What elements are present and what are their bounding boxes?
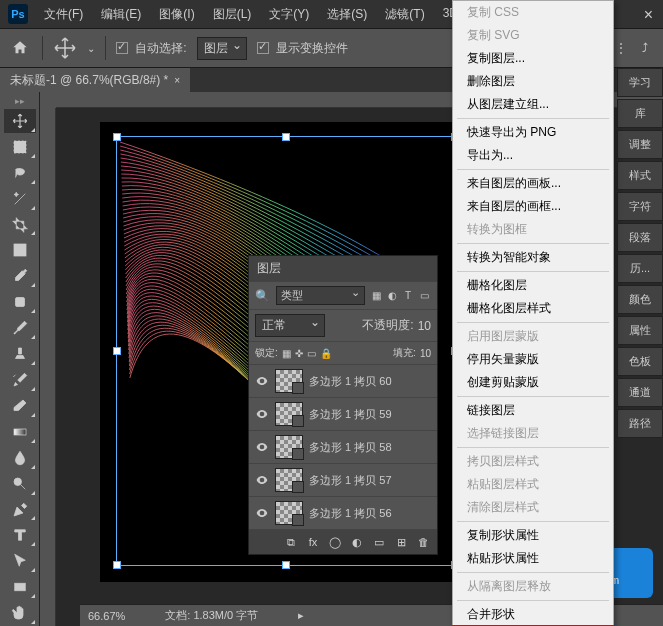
frame-tool[interactable] — [4, 238, 36, 262]
transform-handle[interactable] — [113, 133, 121, 141]
move-tool-icon[interactable] — [53, 36, 77, 60]
show-transform-checkbox[interactable] — [257, 42, 269, 54]
clone-stamp-tool[interactable] — [4, 342, 36, 366]
toolbox-collapse-icon[interactable]: ▸▸ — [4, 96, 36, 108]
dock-styles[interactable]: 样式 — [617, 161, 663, 190]
layers-panel-tab[interactable]: 图层 — [249, 256, 437, 281]
close-icon[interactable]: × — [174, 75, 180, 86]
ruler-vertical[interactable] — [40, 108, 56, 626]
layer-mask-icon[interactable]: ◯ — [327, 534, 343, 550]
dock-paths[interactable]: 路径 — [617, 409, 663, 438]
healing-brush-tool[interactable] — [4, 290, 36, 314]
menu-filter[interactable]: 滤镜(T) — [377, 2, 432, 27]
dock-libraries[interactable]: 库 — [617, 99, 663, 128]
layer-thumbnail[interactable] — [275, 435, 303, 459]
move-tool[interactable] — [4, 109, 36, 133]
dock-character[interactable]: 字符 — [617, 192, 663, 221]
visibility-eye-icon[interactable] — [255, 506, 269, 520]
context-menu-item[interactable]: 快速导出为 PNG — [453, 121, 613, 144]
context-menu-item[interactable]: 创建剪贴蒙版 — [453, 371, 613, 394]
opacity-value[interactable]: 10 — [418, 319, 431, 333]
context-menu-item[interactable]: 来自图层的画框... — [453, 195, 613, 218]
auto-select-checkbox[interactable] — [116, 42, 128, 54]
context-menu-item[interactable]: 栅格化图层样式 — [453, 297, 613, 320]
dock-history[interactable]: 历... — [617, 254, 663, 283]
context-menu-item[interactable]: 栅格化图层 — [453, 274, 613, 297]
layer-item[interactable]: 多边形 1 拷贝 56 — [249, 496, 437, 529]
menu-edit[interactable]: 编辑(E) — [93, 2, 149, 27]
context-menu-item[interactable]: 转换为智能对象 — [453, 246, 613, 269]
eyedropper-tool[interactable] — [4, 264, 36, 288]
document-tab[interactable]: 未标题-1 @ 66.7%(RGB/8#) * × — [0, 68, 190, 93]
context-menu-item[interactable]: 复制图层... — [453, 47, 613, 70]
dock-channels[interactable]: 通道 — [617, 378, 663, 407]
context-menu-item[interactable]: 删除图层 — [453, 70, 613, 93]
hand-tool[interactable] — [4, 601, 36, 625]
zoom-level[interactable]: 66.67% — [88, 610, 125, 622]
lasso-tool[interactable] — [4, 161, 36, 185]
auto-select-target[interactable]: 图层 — [197, 37, 247, 60]
dodge-tool[interactable] — [4, 472, 36, 496]
dock-properties[interactable]: 属性 — [617, 316, 663, 345]
adjustment-layer-icon[interactable]: ◐ — [349, 534, 365, 550]
lock-all-icon[interactable]: 🔒 — [320, 348, 332, 359]
visibility-eye-icon[interactable] — [255, 473, 269, 487]
context-menu-item[interactable]: 复制形状属性 — [453, 524, 613, 547]
layer-thumbnail[interactable] — [275, 402, 303, 426]
magic-wand-tool[interactable] — [4, 187, 36, 211]
context-menu-item[interactable]: 粘贴形状属性 — [453, 547, 613, 570]
layer-thumbnail[interactable] — [275, 468, 303, 492]
transform-handle[interactable] — [282, 133, 290, 141]
marquee-tool[interactable] — [4, 135, 36, 159]
dock-paragraph[interactable]: 段落 — [617, 223, 663, 252]
layer-fx-icon[interactable]: fx — [305, 534, 321, 550]
layer-name[interactable]: 多边形 1 拷贝 58 — [309, 440, 392, 455]
layer-item[interactable]: 多边形 1 拷贝 58 — [249, 430, 437, 463]
type-tool[interactable] — [4, 523, 36, 547]
layer-name[interactable]: 多边形 1 拷贝 60 — [309, 374, 392, 389]
filter-type-icon[interactable]: T — [401, 289, 415, 303]
layer-thumbnail[interactable] — [275, 501, 303, 525]
lock-artboard-icon[interactable]: ▭ — [307, 348, 316, 359]
pen-tool[interactable] — [4, 498, 36, 522]
menu-layer[interactable]: 图层(L) — [205, 2, 260, 27]
transform-handle[interactable] — [113, 347, 121, 355]
layer-filter-select[interactable]: 类型 — [276, 286, 365, 305]
layer-item[interactable]: 多边形 1 拷贝 59 — [249, 397, 437, 430]
link-layers-icon[interactable]: ⧉ — [283, 534, 299, 550]
layer-item[interactable]: 多边形 1 拷贝 57 — [249, 463, 437, 496]
lock-position-icon[interactable]: ✜ — [295, 348, 303, 359]
chevron-right-icon[interactable]: ▸ — [298, 609, 304, 622]
layer-name[interactable]: 多边形 1 拷贝 57 — [309, 473, 392, 488]
dock-adjustments[interactable]: 调整 — [617, 130, 663, 159]
group-icon[interactable]: ▭ — [371, 534, 387, 550]
fill-value[interactable]: 10 — [420, 348, 431, 359]
blur-tool[interactable] — [4, 446, 36, 470]
new-layer-icon[interactable]: ⊞ — [393, 534, 409, 550]
context-menu-item[interactable]: 从图层建立组... — [453, 93, 613, 116]
context-menu-item[interactable]: 合并形状 — [453, 603, 613, 626]
lock-pixels-icon[interactable]: ▦ — [282, 348, 291, 359]
filter-pixel-icon[interactable]: ▦ — [369, 289, 383, 303]
layer-item[interactable]: 多边形 1 拷贝 60 — [249, 364, 437, 397]
menu-file[interactable]: 文件(F) — [36, 2, 91, 27]
delete-layer-icon[interactable]: 🗑 — [415, 534, 431, 550]
menu-image[interactable]: 图像(I) — [151, 2, 202, 27]
visibility-eye-icon[interactable] — [255, 440, 269, 454]
ruler-origin[interactable] — [40, 92, 56, 108]
context-menu-item[interactable]: 链接图层 — [453, 399, 613, 422]
visibility-eye-icon[interactable] — [255, 407, 269, 421]
gradient-tool[interactable] — [4, 420, 36, 444]
menu-type[interactable]: 文字(Y) — [261, 2, 317, 27]
menu-select[interactable]: 选择(S) — [319, 2, 375, 27]
visibility-eye-icon[interactable] — [255, 374, 269, 388]
context-menu-item[interactable]: 停用矢量蒙版 — [453, 348, 613, 371]
dock-color[interactable]: 颜色 — [617, 285, 663, 314]
layer-name[interactable]: 多边形 1 拷贝 56 — [309, 506, 392, 521]
distribute-icon[interactable]: ⋮ — [611, 38, 631, 58]
share-icon[interactable]: ⤴ — [635, 38, 655, 58]
search-icon[interactable]: 🔍 — [255, 289, 270, 303]
path-selection-tool[interactable] — [4, 549, 36, 573]
layer-name[interactable]: 多边形 1 拷贝 59 — [309, 407, 392, 422]
history-brush-tool[interactable] — [4, 368, 36, 392]
